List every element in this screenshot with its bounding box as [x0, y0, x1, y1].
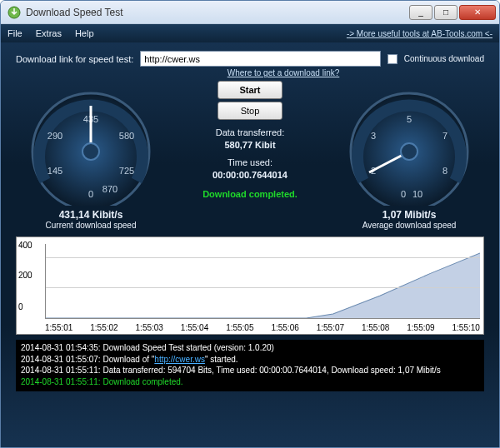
- get-link[interactable]: Where to get a download link?: [228, 68, 340, 77]
- continuous-checkbox[interactable]: [388, 54, 398, 64]
- svg-marker-21: [46, 253, 480, 318]
- app-icon: [8, 6, 21, 19]
- data-transferred-label: Data transferred:: [216, 127, 285, 137]
- svg-text:725: 725: [119, 166, 134, 176]
- gauge-current: 0 145 290 435 580 725 870 431,14 Kibit/s…: [16, 81, 166, 230]
- data-transferred-value: 580,77 Kibit: [224, 140, 275, 150]
- url-input[interactable]: [140, 51, 381, 67]
- maximize-button[interactable]: □: [434, 5, 458, 20]
- minimize-button[interactable]: _: [409, 5, 432, 20]
- svg-text:870: 870: [102, 184, 118, 194]
- svg-point-10: [82, 143, 99, 160]
- average-speed-label: Average download speed: [362, 221, 457, 230]
- svg-text:0: 0: [88, 189, 93, 199]
- speed-chart: 400 200 0 1:55:01 1:55:02 1:55:03 1:55:0…: [16, 236, 484, 335]
- gauge-average: 0 2 3 5 7 8 10 1,07 Mibit/s Average down…: [334, 81, 484, 230]
- window-title: Download Speed Test: [26, 7, 409, 18]
- log-link[interactable]: http://cwer.ws: [154, 355, 205, 364]
- svg-text:8: 8: [442, 166, 448, 176]
- stop-button[interactable]: Stop: [218, 102, 282, 120]
- svg-point-20: [401, 143, 418, 160]
- average-speed-value: 1,07 Mibit/s: [382, 209, 437, 221]
- start-button[interactable]: Start: [218, 81, 282, 99]
- svg-text:290: 290: [48, 131, 62, 141]
- time-used-label: Time used:: [228, 157, 272, 167]
- url-label: Download link for speed test:: [16, 54, 133, 64]
- time-used-value: 00:00:00.7644014: [212, 170, 288, 180]
- svg-text:3: 3: [371, 131, 376, 141]
- svg-text:580: 580: [119, 131, 134, 141]
- svg-text:5: 5: [407, 114, 412, 124]
- log-box: 2014-08-31 01:54:35: Download Speed Test…: [16, 340, 484, 391]
- more-tools-link[interactable]: -> More useful tools at AB-Tools.com <-: [347, 29, 492, 38]
- menu-extras[interactable]: Extras: [36, 28, 62, 38]
- svg-text:145: 145: [48, 166, 62, 176]
- svg-text:7: 7: [442, 131, 448, 141]
- close-button[interactable]: ✕: [459, 5, 496, 20]
- menu-file[interactable]: File: [8, 28, 22, 38]
- svg-text:0: 0: [401, 189, 406, 199]
- svg-text:10: 10: [412, 189, 422, 199]
- menu-bar: File Extras Help -> More useful tools at…: [1, 24, 499, 42]
- current-speed-value: 431,14 Kibit/s: [59, 209, 123, 221]
- status-text: Download completed.: [202, 189, 298, 199]
- log-entry: 2014-08-31 01:54:35: Download Speed Test…: [21, 342, 479, 354]
- current-speed-label: Current download speed: [46, 221, 137, 230]
- continuous-label: Continuous download: [404, 54, 484, 63]
- log-entry: 2014-08-31 01:55:11: Data transferred: 5…: [21, 365, 479, 376]
- log-entry: 2014-08-31 01:55:11: Download completed.: [21, 376, 479, 388]
- title-bar: Download Speed Test _ □ ✕: [1, 1, 499, 24]
- menu-help[interactable]: Help: [75, 28, 94, 38]
- log-entry: 2014-08-31 01:55:07: Download of "http:/…: [21, 354, 479, 366]
